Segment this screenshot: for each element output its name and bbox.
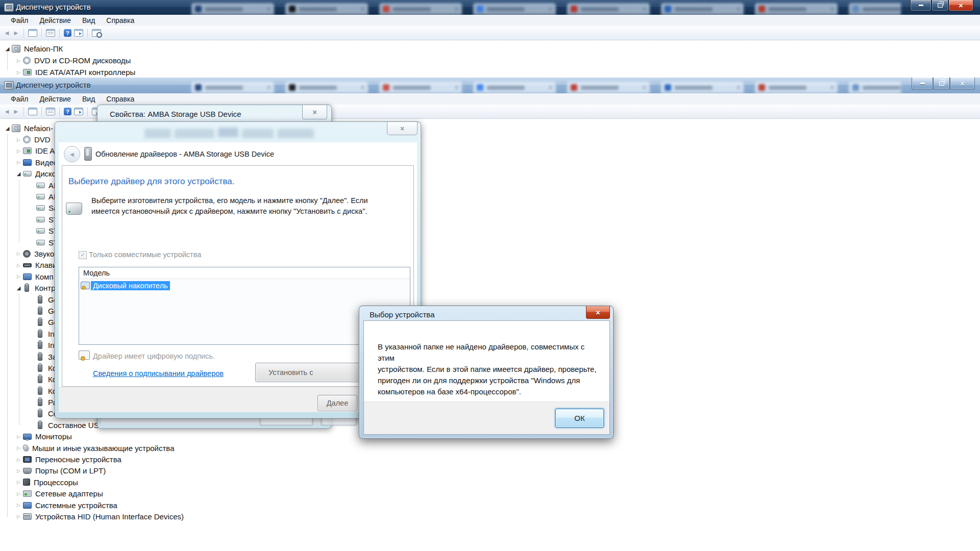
tree-item[interactable]: ▷ Порты (COM и LPT) [0, 465, 980, 477]
expander-icon[interactable]: ▷ [14, 70, 23, 75]
blurred-tab-text [769, 7, 806, 11]
forward-icon[interactable]: ► [13, 30, 19, 36]
device-icon [23, 159, 32, 166]
properties-close-button[interactable]: × [302, 105, 327, 119]
action-pane-icon[interactable] [74, 108, 83, 115]
blurred-tab-text [299, 7, 337, 11]
dialog-body: В указанной папке не найдено драйверов, … [363, 320, 610, 435]
tree-item[interactable]: ▷ Системные устройства [0, 499, 980, 511]
device-icon [21, 443, 30, 453]
expander-icon[interactable]: ▷ [14, 457, 23, 462]
properties-icon[interactable] [46, 108, 55, 115]
menu-item[interactable]: Справка [101, 93, 140, 105]
device-icon [23, 434, 32, 440]
disk-drive-icon [66, 203, 82, 215]
menu-item[interactable]: Действие [34, 15, 77, 26]
expander-icon[interactable]: ▷ [14, 434, 23, 439]
tab-close-icon: × [455, 84, 458, 91]
tab-favicon [758, 84, 765, 91]
expander-icon[interactable]: ◢ [14, 285, 23, 291]
expander-icon[interactable]: ▷ [14, 491, 23, 496]
separator [41, 107, 42, 116]
blurred-tab-text [863, 7, 900, 11]
tree-item[interactable]: ▷ IDE ATA/ATAPI контроллеры [0, 66, 980, 78]
tree-item[interactable]: ▷ DVD и CD-ROM дисководы [0, 55, 980, 66]
tab-close-icon: × [267, 84, 271, 91]
driver-list-item[interactable]: Дисковый накопитель [79, 280, 410, 291]
properties-icon[interactable] [46, 29, 55, 37]
expander-icon[interactable]: ▷ [14, 58, 23, 63]
device-icon [23, 263, 32, 267]
menu-item[interactable]: Файл [5, 15, 34, 26]
expander-icon[interactable]: ◢ [14, 171, 23, 177]
blurred-tab-text [863, 86, 900, 90]
digital-signature-icon [79, 350, 90, 360]
expander-icon[interactable]: ▷ [14, 274, 23, 279]
driver-signing-link[interactable]: Сведения о подписывании драйверов [93, 369, 224, 378]
ok-button[interactable]: ОК [555, 409, 604, 428]
forward-icon[interactable]: ► [13, 108, 19, 115]
window2-title: Диспетчер устройств [16, 81, 91, 89]
tree-item-label: IDE A [35, 146, 55, 155]
menu-item[interactable]: Файл [5, 93, 34, 105]
tree-item[interactable]: ▷ Процессоры [0, 477, 980, 488]
console-tree-icon[interactable] [28, 29, 37, 37]
close-button[interactable]: × [950, 78, 975, 90]
back-icon[interactable]: ◄ [4, 108, 10, 115]
tree-item[interactable]: ▷ Сетевые адаптеры [0, 488, 980, 499]
menu-item[interactable]: Вид [77, 15, 101, 26]
tab-close-icon: × [549, 6, 552, 13]
menu-item[interactable]: Справка [101, 15, 140, 26]
device-icon [36, 183, 45, 188]
minimize-button[interactable] [912, 78, 933, 90]
tree-item[interactable]: ▷ Мыши и иные указывающие устройства [0, 442, 980, 454]
device-icon [24, 284, 29, 292]
tree-item[interactable]: ◢ Nefaion-ПК [0, 43, 980, 55]
expander-icon[interactable]: ▷ [14, 160, 23, 165]
tree-item[interactable]: ▷ Переносные устройства [0, 454, 980, 465]
device-icon [23, 502, 32, 509]
back-icon[interactable]: ◄ [4, 30, 10, 36]
console-tree-icon[interactable] [28, 108, 37, 115]
minimize-button[interactable] [910, 0, 932, 11]
expander-icon[interactable]: ▷ [14, 514, 23, 519]
expander-icon[interactable]: ▷ [14, 445, 23, 450]
device-icon [38, 307, 42, 315]
compatible-devices-checkbox[interactable]: ✓ [79, 251, 87, 259]
wizard-back-button[interactable]: ◄ [64, 146, 80, 162]
restore-button[interactable] [932, 0, 948, 11]
properties-dialog-title: Свойства: AMBA Storage USB Device [110, 110, 241, 118]
blurred-tab: × [755, 82, 838, 93]
restore-button[interactable] [933, 78, 950, 90]
wizard-close-button[interactable]: × [387, 122, 418, 135]
action-pane-icon[interactable] [74, 29, 83, 37]
expander-icon[interactable]: ◢ [3, 126, 12, 131]
tab-favicon [852, 84, 859, 91]
close-button[interactable]: × [948, 0, 973, 11]
help-icon[interactable]: ? [64, 29, 71, 37]
expander-icon[interactable]: ▷ [14, 148, 23, 154]
expander-icon[interactable]: ▷ [14, 468, 23, 473]
expander-icon[interactable]: ▷ [14, 480, 23, 485]
device-icon [12, 124, 20, 132]
dialog-close-button[interactable]: × [586, 306, 610, 319]
expander-icon[interactable]: ▷ [14, 251, 23, 256]
device-icon [36, 205, 45, 211]
menu-item[interactable]: Вид [77, 93, 101, 105]
tab-close-icon: × [361, 84, 364, 91]
signed-driver-icon [81, 282, 90, 289]
expander-icon[interactable]: ▷ [14, 503, 23, 508]
separator [87, 29, 88, 38]
blurred-tab: × [473, 3, 556, 15]
next-button[interactable]: Далее [317, 395, 357, 411]
menu-item[interactable]: Действие [34, 93, 77, 105]
scan-hardware-icon[interactable] [92, 29, 101, 37]
instruction-line: Выберите изготовителя устройства, его мо… [91, 195, 377, 206]
dialog-message: В указанной папке не найдено драйверов, … [378, 341, 597, 397]
expander-icon[interactable]: ▷ [14, 137, 23, 142]
help-icon[interactable]: ? [64, 108, 71, 115]
expander-icon[interactable]: ◢ [3, 46, 12, 52]
model-column-header[interactable]: Модель [79, 267, 410, 279]
tree-item[interactable]: ▷ Устройства HID (Human Interface Device… [0, 511, 980, 522]
expander-icon[interactable]: ▷ [14, 263, 23, 268]
